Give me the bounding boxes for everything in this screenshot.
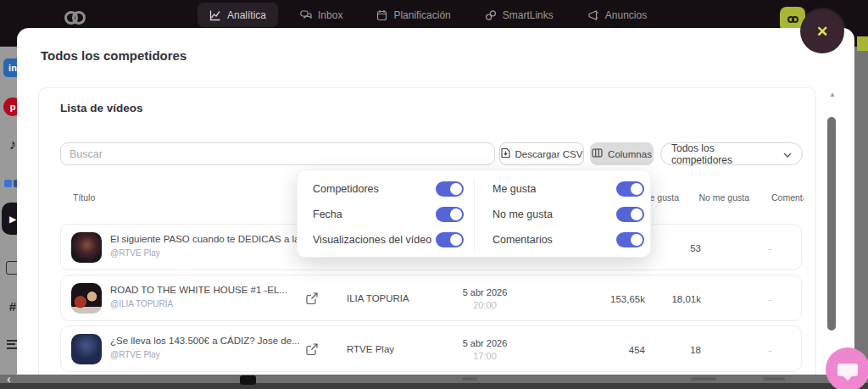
column-header-dislikes: No me gusta [690, 192, 749, 203]
date-value: 5 abr 2026 [463, 287, 508, 297]
tab-smartlinks[interactable]: SmartLinks [473, 3, 565, 27]
popup-option-me-gusta: Me gusta [492, 181, 536, 197]
tab-label: SmartLinks [503, 9, 554, 21]
button-label: Descargar CSV [515, 149, 583, 159]
scrollbar-up-icon[interactable]: ▲ [826, 91, 838, 98]
column-header-title: Título [73, 192, 95, 203]
tab-analitica[interactable]: Analítica [198, 3, 278, 27]
background-element [763, 377, 785, 381]
networks-sidebar: in p ♪ ▶ # [0, 47, 17, 389]
tab-label: Planificación [393, 9, 450, 21]
dislikes-cell: - [712, 225, 771, 271]
column-header-comments: Comentarios [771, 192, 804, 203]
app-stage: Analítica Inbox Planificación [0, 0, 868, 389]
video-title: El siguiente PASO cuando te DEDICAS a la… [110, 234, 309, 244]
close-modal-button[interactable]: ✕ [800, 9, 844, 53]
time-value: 20:00 [473, 300, 497, 310]
competitor-cell: ILIA TOPURIA [347, 275, 413, 322]
video-thumbnail [71, 334, 102, 364]
table-row[interactable]: ROAD TO THE WHITE HOUSE #1 -EL... @ILIA … [60, 275, 802, 321]
popup-option-fecha: Fecha [313, 206, 342, 223]
toggle-competidores[interactable] [436, 181, 464, 197]
video-handle: @ILIA TOPURIA [110, 299, 173, 308]
popup-option-visualizaciones: Visualizaciones del vídeo [313, 231, 431, 248]
video-thumbnail [71, 232, 102, 263]
columns-popup: Competidores Fecha Visualizaciones del v… [297, 169, 651, 258]
popup-option-competidores: Competidores [313, 181, 379, 197]
search-input[interactable] [60, 142, 495, 165]
views-cell: 153,65k [582, 275, 645, 322]
competitor-cell: RTVE Play [347, 326, 413, 373]
toggle-no-me-gusta[interactable] [616, 207, 644, 222]
page-bottom-band [0, 375, 868, 383]
tab-inbox[interactable]: Inbox [288, 3, 354, 27]
video-thumbnail [71, 283, 102, 314]
chevron-down-icon [783, 149, 792, 159]
date-cell: 5 abr 2026 20:00 [426, 275, 544, 322]
external-link-icon[interactable] [305, 292, 320, 306]
likes-cell: 18,01k [646, 275, 701, 322]
toggle-fecha[interactable] [436, 207, 464, 222]
link-icon [485, 9, 497, 21]
tab-planificacion[interactable]: Planificación [364, 3, 462, 27]
time-value: 17:00 [473, 351, 497, 361]
download-csv-button[interactable]: Descargar CSV [499, 142, 584, 165]
chat-widget-button[interactable] [826, 347, 868, 389]
dislikes-cell: - [712, 275, 771, 322]
background-element [691, 377, 716, 381]
calendar-icon [376, 9, 387, 21]
brand-green-sliver [857, 36, 868, 51]
nav-tabs: Analítica Inbox Planificación [198, 3, 659, 27]
sidebar-collapse-icon[interactable]: ‹ [7, 371, 11, 386]
columns-button[interactable]: Columnas [590, 142, 654, 165]
page-bottom-bar [0, 383, 868, 389]
close-icon: ✕ [816, 23, 828, 41]
youtube-icon[interactable]: ▶ [2, 208, 17, 230]
video-handle: @RTVE Play [110, 350, 160, 359]
video-handle: @RTVE Play [110, 248, 160, 258]
date-value: 5 abr 2026 [463, 338, 508, 348]
video-title: ¿Se lleva los 143.500€ a CÁDIZ? Jose de.… [110, 336, 309, 346]
background-element [240, 375, 256, 385]
tab-label: Inbox [318, 9, 342, 21]
filters-icon[interactable] [2, 333, 17, 355]
views-cell: 454 [582, 326, 645, 373]
megaphone-icon [587, 9, 599, 21]
tab-anuncios[interactable]: Anuncios [576, 3, 659, 27]
popup-option-comentarios: Comentarios [492, 231, 553, 248]
date-cell: 5 abr 2026 17:00 [426, 326, 544, 373]
chat-bubble-icon [837, 364, 858, 376]
popup-option-no-me-gusta: No me gusta [492, 206, 553, 223]
columns-icon [592, 148, 603, 159]
hashtag-icon[interactable]: # [2, 295, 17, 317]
popup-divider [474, 179, 475, 250]
external-link-icon[interactable] [305, 342, 320, 357]
modal-title: Todos los competidores [41, 48, 186, 63]
likes-cell: 18 [646, 326, 701, 373]
tiktok-icon[interactable]: ♪ [2, 134, 17, 156]
metricool-logo-icon [64, 11, 86, 25]
workspace-icon[interactable] [2, 172, 17, 194]
toggle-me-gusta[interactable] [616, 181, 644, 197]
line-chart-icon [209, 9, 221, 21]
download-file-icon [501, 147, 510, 160]
video-title: ROAD TO THE WHITE HOUSE #1 -EL... [110, 285, 309, 295]
tab-label: Analítica [227, 9, 266, 21]
dropdown-label: Todos los competidores [671, 142, 778, 166]
toggle-comentarios[interactable] [616, 232, 644, 247]
likes-cell: 53 [646, 225, 701, 271]
competitors-filter-dropdown[interactable]: Todos los competidores [660, 142, 803, 165]
posts-icon[interactable] [2, 257, 17, 279]
linkedin-icon[interactable]: in [2, 57, 17, 79]
scrollbar-thumb[interactable] [827, 117, 836, 331]
dislikes-cell: - [712, 326, 771, 373]
tab-label: Anuncios [605, 9, 647, 21]
competitors-modal: Todos los competidores Lista de vídeos D… [17, 28, 854, 375]
pinterest-icon[interactable]: p [2, 96, 17, 118]
button-label: Columnas [608, 149, 652, 159]
toggle-visualizaciones[interactable] [436, 232, 464, 247]
chat-bubbles-icon [300, 9, 312, 21]
table-row[interactable]: ¿Se lleva los 143.500€ a CÁDIZ? Jose de.… [60, 325, 802, 372]
section-title: Lista de vídeos [60, 102, 143, 114]
background-element [462, 377, 477, 381]
